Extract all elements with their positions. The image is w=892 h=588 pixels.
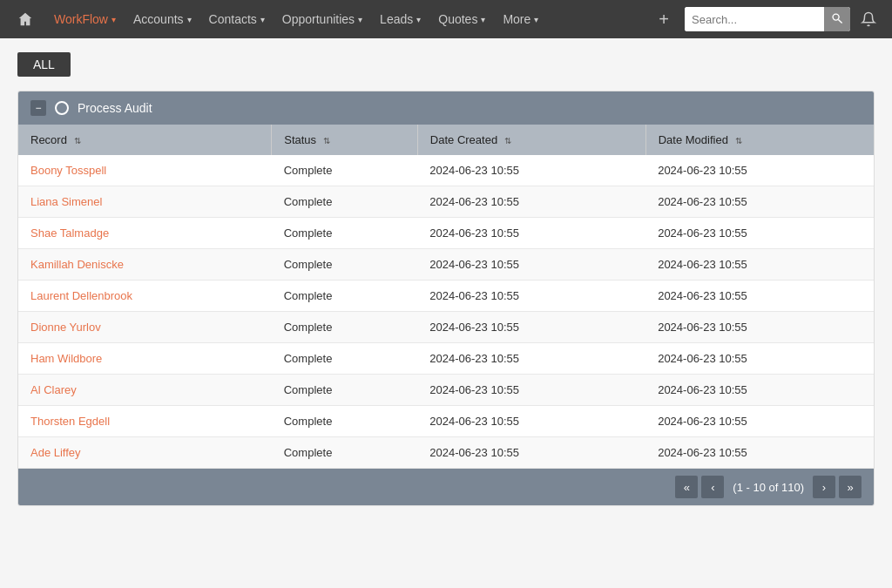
date-modified-cell: 2024-06-23 10:55	[645, 186, 874, 218]
record-name-cell: Liana Simenel	[18, 186, 272, 218]
chevron-down-icon: ▾	[260, 15, 265, 24]
sort-icon-date-created[interactable]: ⇅	[504, 136, 511, 145]
record-name-cell: Dionne Yurlov	[18, 312, 272, 343]
date-created-cell: 2024-06-23 10:55	[417, 437, 645, 469]
record-link[interactable]: Thorsten Egdell	[30, 415, 110, 428]
svg-point-0	[833, 14, 839, 20]
chevron-down-icon: ▾	[481, 15, 485, 24]
record-link[interactable]: Laurent Dellenbrook	[30, 289, 132, 302]
table-row: Laurent Dellenbrook Complete 2024-06-23 …	[18, 280, 874, 312]
status-cell: Complete	[272, 375, 418, 406]
navbar-item-quotes[interactable]: Quotes ▾	[429, 0, 494, 38]
navbar: WorkFlow ▾Accounts ▾Contacts ▾Opportunit…	[0, 0, 892, 38]
status-cell: Complete	[272, 218, 418, 249]
date-modified-cell: 2024-06-23 10:55	[645, 312, 874, 343]
record-link[interactable]: Liana Simenel	[30, 195, 102, 208]
navbar-item-leads[interactable]: Leads ▾	[371, 0, 429, 38]
record-name-cell: Kamillah Deniscke	[18, 249, 272, 280]
date-created-cell: 2024-06-23 10:55	[417, 186, 645, 218]
table-row: Al Clarey Complete 2024-06-23 10:55 2024…	[18, 375, 874, 406]
navbar-item-opportunities[interactable]: Opportunities ▾	[274, 0, 371, 38]
table-row: Boony Tosspell Complete 2024-06-23 10:55…	[18, 155, 874, 186]
navbar-item-contacts[interactable]: Contacts ▾	[200, 0, 274, 38]
date-created-cell: 2024-06-23 10:55	[417, 343, 645, 375]
record-name-cell: Boony Tosspell	[18, 155, 272, 186]
search-input[interactable]	[685, 7, 824, 31]
panel-title: Process Audit	[78, 101, 152, 115]
chevron-down-icon: ▾	[358, 15, 362, 24]
record-name-cell: Thorsten Egdell	[18, 406, 272, 437]
process-audit-panel: − Process Audit Record ⇅ Status ⇅ Date C…	[17, 91, 875, 506]
date-created-cell: 2024-06-23 10:55	[417, 218, 645, 249]
record-name-cell: Shae Talmadge	[18, 218, 272, 249]
date-created-cell: 2024-06-23 10:55	[417, 312, 645, 343]
table-row: Shae Talmadge Complete 2024-06-23 10:55 …	[18, 218, 874, 249]
pagination-info: (1 - 10 of 110)	[727, 481, 809, 494]
date-modified-cell: 2024-06-23 10:55	[645, 155, 874, 186]
pagination-footer: « ‹ (1 - 10 of 110) › »	[18, 469, 874, 505]
table-row: Liana Simenel Complete 2024-06-23 10:55 …	[18, 186, 874, 218]
date-created-cell: 2024-06-23 10:55	[417, 249, 645, 280]
record-link[interactable]: Shae Talmadge	[30, 226, 109, 240]
record-name-cell: Laurent Dellenbrook	[18, 280, 272, 312]
col-date-created: Date Created ⇅	[417, 125, 645, 155]
navbar-item-accounts[interactable]: Accounts ▾	[125, 0, 200, 38]
record-link[interactable]: Kamillah Deniscke	[30, 258, 124, 271]
collapse-button[interactable]: −	[30, 100, 46, 116]
table-row: Kamillah Deniscke Complete 2024-06-23 10…	[18, 249, 874, 280]
status-cell: Complete	[272, 437, 418, 469]
date-modified-cell: 2024-06-23 10:55	[645, 343, 874, 375]
home-button[interactable]	[9, 0, 42, 38]
col-record: Record ⇅	[18, 125, 272, 155]
status-cell: Complete	[272, 406, 418, 437]
record-name-cell: Ham Wildbore	[18, 343, 272, 375]
chevron-down-icon: ▾	[534, 15, 538, 24]
sort-icon-record[interactable]: ⇅	[74, 136, 81, 145]
date-created-cell: 2024-06-23 10:55	[417, 280, 645, 312]
status-cell: Complete	[272, 249, 418, 280]
next-page-button[interactable]: ›	[813, 476, 835, 498]
record-link[interactable]: Dionne Yurlov	[30, 321, 101, 334]
status-cell: Complete	[272, 186, 418, 218]
navbar-item-more[interactable]: More ▾	[494, 0, 547, 38]
record-link[interactable]: Ade Liffey	[30, 446, 81, 459]
status-cell: Complete	[272, 280, 418, 312]
prev-page-button[interactable]: ‹	[701, 476, 724, 498]
table-row: Thorsten Egdell Complete 2024-06-23 10:5…	[18, 406, 874, 437]
first-page-button[interactable]: «	[675, 476, 698, 498]
table-row: Ade Liffey Complete 2024-06-23 10:55 202…	[18, 437, 874, 469]
record-link[interactable]: Al Clarey	[30, 383, 77, 396]
notifications-button[interactable]	[854, 0, 883, 38]
sort-icon-date-modified[interactable]: ⇅	[735, 136, 742, 145]
svg-line-1	[838, 19, 841, 23]
date-modified-cell: 2024-06-23 10:55	[645, 249, 874, 280]
page-content: ALL − Process Audit Record ⇅ Status ⇅	[0, 38, 892, 520]
col-date-modified: Date Modified ⇅	[645, 125, 874, 155]
search-button[interactable]	[824, 7, 850, 31]
search-box	[685, 7, 850, 31]
navbar-item-workflow[interactable]: WorkFlow ▾	[45, 0, 125, 38]
chevron-down-icon: ▾	[416, 15, 421, 24]
date-created-cell: 2024-06-23 10:55	[417, 155, 645, 186]
date-created-cell: 2024-06-23 10:55	[417, 375, 645, 406]
table-row: Ham Wildbore Complete 2024-06-23 10:55 2…	[18, 343, 874, 375]
chevron-down-icon: ▾	[112, 15, 116, 24]
date-created-cell: 2024-06-23 10:55	[417, 406, 645, 437]
status-cell: Complete	[272, 155, 418, 186]
add-button[interactable]: +	[652, 0, 676, 38]
record-name-cell: Al Clarey	[18, 375, 272, 406]
record-link[interactable]: Ham Wildbore	[30, 352, 102, 365]
records-table: Record ⇅ Status ⇅ Date Created ⇅ Date Mo…	[18, 125, 874, 469]
record-name-cell: Ade Liffey	[18, 437, 272, 469]
last-page-button[interactable]: »	[839, 476, 862, 498]
record-link[interactable]: Boony Tosspell	[30, 164, 106, 177]
all-filter-button[interactable]: ALL	[17, 52, 71, 77]
date-modified-cell: 2024-06-23 10:55	[645, 218, 874, 249]
date-modified-cell: 2024-06-23 10:55	[645, 406, 874, 437]
sort-icon-status[interactable]: ⇅	[323, 136, 330, 145]
date-modified-cell: 2024-06-23 10:55	[645, 375, 874, 406]
table-row: Dionne Yurlov Complete 2024-06-23 10:55 …	[18, 312, 874, 343]
date-modified-cell: 2024-06-23 10:55	[645, 280, 874, 312]
table-header-row: Record ⇅ Status ⇅ Date Created ⇅ Date Mo…	[18, 125, 874, 155]
col-status: Status ⇅	[272, 125, 418, 155]
